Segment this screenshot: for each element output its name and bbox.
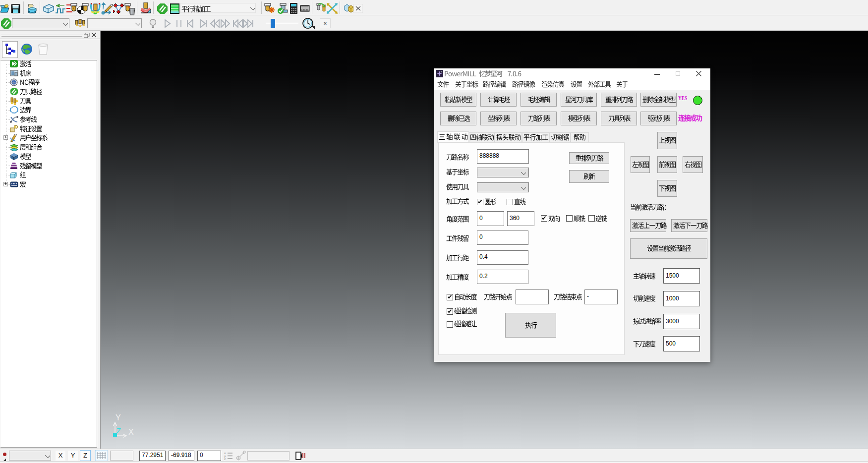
svg-text:X: X — [128, 428, 134, 436]
svg-text:z: z — [224, 458, 226, 460]
svg-text:Y: Y — [116, 413, 121, 422]
svg-text:Z: Z — [116, 426, 121, 435]
